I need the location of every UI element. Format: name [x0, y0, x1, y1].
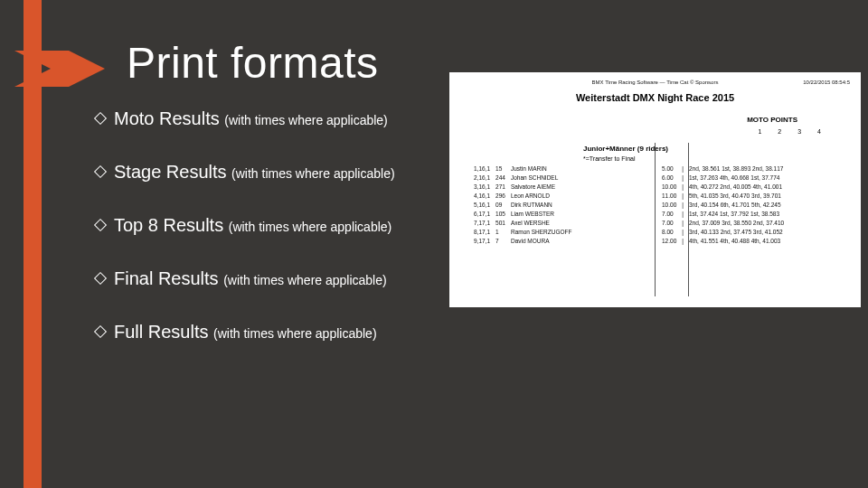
- table-row: 5.00|2nd, 38.561 1st, 38.893 2nd, 38.117: [659, 164, 787, 174]
- table-row: 8,17,11Ramon SHERZUGOFF: [471, 228, 588, 237]
- doc-event-title: Weiterstadt DMX Night Race 2015: [449, 92, 861, 103]
- bullet-sub: (with times where applicable): [229, 220, 392, 234]
- table-row: 10.00|3rd, 40.154 6th, 41.701 5th, 42.24…: [659, 201, 787, 210]
- slide-title: Print formats: [127, 38, 379, 88]
- doc-rows-left: 1,16,115Justin MARIN 2,16,1244Johan SCHN…: [471, 164, 588, 246]
- bullet-sub: (with times where applicable): [223, 273, 387, 287]
- bullet-item: Top 8 Results (with times where applicab…: [96, 215, 439, 236]
- doc-top-center: BMX Time Racing Software — Time Cat © Sp…: [449, 80, 861, 85]
- table-row: 7,17,1501Axel WERSHE: [471, 219, 588, 228]
- table-row: 10.00|4th, 40.272 2nd, 40.005 4th, 41.00…: [659, 183, 787, 192]
- report-preview: BMX Time Racing Software — Time Cat © Sp…: [449, 72, 861, 307]
- table-row: 3,16,1271Salvatore AIEME: [471, 183, 588, 192]
- table-row: 9,17,17David MOURA: [471, 237, 588, 246]
- bullet-main: Final Results: [114, 268, 223, 288]
- bullet-item: Moto Results (with times where applicabl…: [96, 108, 439, 129]
- bullet-item: Full Results (with times where applicabl…: [96, 322, 439, 343]
- diamond-icon: [94, 325, 107, 338]
- table-row: 4,16,1296Leon ARNOLD: [471, 192, 588, 201]
- bullet-sub: (with times where applicable): [213, 326, 377, 341]
- bullet-main: Top 8 Results: [114, 215, 229, 235]
- diamond-icon: [94, 219, 107, 231]
- bullet-main: Moto Results: [114, 108, 224, 128]
- bullet-sub: (with times where applicable): [231, 166, 395, 181]
- doc-col-heads: 1234: [758, 128, 837, 135]
- doc-divider: [655, 143, 656, 296]
- diamond-icon: [94, 272, 107, 285]
- doc-rows-right: 5.00|2nd, 38.561 1st, 38.893 2nd, 38.117…: [659, 164, 787, 246]
- bullet-list: Moto Results (with times where applicabl…: [96, 108, 439, 375]
- bullet-main: Full Results: [114, 322, 213, 342]
- doc-top-right: 10/22/2015 08:54:5: [803, 80, 850, 85]
- svg-marker-0: [14, 51, 105, 87]
- bullet-item: Final Results (with times where applicab…: [96, 268, 439, 289]
- diamond-icon: [94, 112, 107, 125]
- table-row: 8.00|3rd, 40.133 2nd, 37.475 3rd, 41.052: [659, 228, 787, 237]
- doc-section-label: MOTO POINTS: [747, 116, 797, 124]
- table-row: 2,16,1244Johan SCHNIDEL: [471, 174, 588, 183]
- table-row: 1,16,115Justin MARIN: [471, 164, 588, 174]
- table-row: 7.00|1st, 37.424 1st, 37.792 1st, 38.583: [659, 210, 787, 219]
- diamond-icon: [94, 165, 107, 178]
- table-row: 6.00|1st, 37.263 4th, 40.668 1st, 37.774: [659, 174, 787, 183]
- table-row: 7.00|2nd, 37.009 3rd, 38.550 2nd, 37.410: [659, 219, 787, 228]
- table-row: 11.00|5th, 41.035 3rd, 40.470 3rd, 39.70…: [659, 192, 787, 201]
- bullet-sub: (with times where applicable): [224, 113, 388, 127]
- table-row: 6,17,1105Liam WEBSTER: [471, 210, 588, 219]
- table-row: 12.00|4th, 41.551 4th, 40.488 4th, 41.00…: [659, 237, 787, 246]
- table-row: 5,16,109Dirk RUTMANN: [471, 201, 588, 210]
- bullet-item: Stage Results (with times where applicab…: [96, 162, 439, 183]
- doc-transfer: *=Transfer to Final: [583, 155, 636, 162]
- bullet-main: Stage Results: [114, 162, 231, 182]
